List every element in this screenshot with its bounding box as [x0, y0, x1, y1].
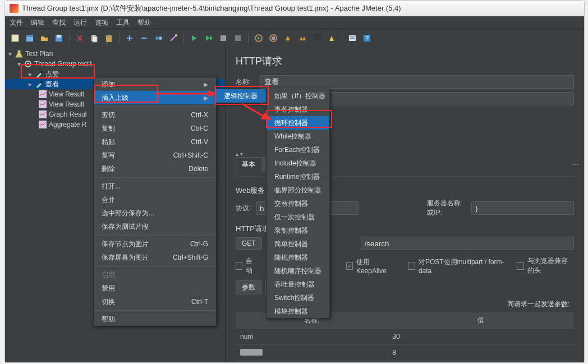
toolbar-new-icon[interactable]	[8, 31, 22, 45]
method-select[interactable]: GET	[236, 237, 262, 250]
ctx3-once[interactable]: 仅一次控制器	[267, 210, 329, 224]
svg-rect-12	[220, 35, 226, 41]
tab-params[interactable]: 参数	[236, 280, 261, 294]
ctx3-foreach[interactable]: ForEach控制器	[267, 143, 329, 156]
server-input[interactable]	[471, 201, 574, 215]
ctx-add[interactable]: 添加▶	[94, 77, 216, 91]
menu-options[interactable]: 选项	[95, 18, 108, 27]
ctx3-if[interactable]: 如果（If）控制器	[267, 89, 329, 103]
toolbar-paste-icon[interactable]	[102, 31, 116, 45]
ctx3-critical[interactable]: 临界部分控制器	[267, 183, 329, 197]
ctx-save-fragment[interactable]: 保存为测试片段	[94, 220, 216, 233]
app-icon	[10, 4, 19, 13]
toolbar-minus-icon[interactable]	[137, 31, 151, 45]
menu-tools[interactable]: 工具	[116, 18, 130, 27]
more-icon[interactable]: ⋯	[566, 160, 584, 168]
toolbar-remote-stop-icon[interactable]	[267, 31, 280, 45]
menu-search[interactable]: 查找	[52, 18, 66, 27]
toolbar-save-icon[interactable]	[52, 31, 66, 45]
ctx-copy[interactable]: 复制Ctrl-C	[94, 122, 216, 135]
toolbar-start-icon[interactable]	[187, 31, 201, 45]
toolbar-search-icon[interactable]	[310, 31, 324, 45]
ctx3-throughput[interactable]: 吞吐量控制器	[267, 278, 329, 291]
keepalive-checkbox[interactable]: ✓使用 KeepAlive	[346, 257, 396, 275]
path-input[interactable]	[361, 237, 574, 250]
server-label: 服务器名称或IP:	[427, 199, 467, 218]
ctx-insert-parent[interactable]: 插入上级▶	[94, 91, 216, 104]
tab-basic[interactable]: 基本	[236, 157, 261, 172]
ctx-save-node-image[interactable]: 保存节点为图片Ctrl-G	[94, 237, 216, 251]
toolbar-wand-icon[interactable]	[167, 31, 180, 45]
ctx-duplicate[interactable]: 复写Ctrl+Shift-C	[94, 149, 216, 162]
svg-rect-16	[272, 36, 275, 40]
toolbar-cut-icon[interactable]	[73, 31, 86, 45]
svg-text:?: ?	[365, 35, 369, 42]
ctx3-recording[interactable]: 录制控制器	[267, 224, 329, 237]
name-input[interactable]	[260, 75, 574, 89]
toolbar-start-no-pause-icon[interactable]	[202, 31, 215, 45]
toolbar-toggle-icon[interactable]	[152, 31, 166, 45]
ctx-enable[interactable]: 启用	[94, 268, 216, 282]
ctx-open[interactable]: 打开...	[94, 179, 216, 193]
toolbar-shutdown-icon[interactable]	[231, 31, 245, 45]
multipart-checkbox[interactable]: 对POST使用multipart / form-data	[408, 257, 504, 275]
ctx3-module[interactable]: 模块控制器	[267, 305, 329, 318]
tree-thread-group[interactable]: ▾ Thread Group test1	[5, 59, 225, 69]
col-value[interactable]: 值	[388, 312, 574, 329]
ctx3-loop[interactable]: 循环控制器	[267, 116, 329, 130]
ctx-disable[interactable]: 禁用	[94, 282, 216, 295]
ctx3-random[interactable]: 随机控制器	[267, 251, 329, 264]
menu-run[interactable]: 运行	[74, 18, 87, 27]
menu-help[interactable]: 帮助	[137, 18, 151, 27]
tree-test-plan[interactable]: ▾ Test Plan	[5, 49, 225, 59]
ctx3-transaction[interactable]: 事务控制器	[267, 103, 329, 116]
toolbar-copy-icon[interactable]	[88, 31, 101, 45]
ctx3-interleave[interactable]: 交替控制器	[267, 197, 329, 210]
ctx-save-screen-image[interactable]: 保存屏幕为图片Ctrl+Shift-G	[94, 251, 216, 264]
ctx3-while[interactable]: While控制器	[267, 130, 329, 143]
window-title: Thread Group test1.jmx (D:\软件安装\apache-j…	[22, 3, 401, 13]
svg-rect-13	[235, 35, 241, 41]
ctx-paste[interactable]: 粘贴Ctrl-V	[94, 135, 216, 149]
svg-point-10	[159, 36, 162, 40]
toolbar-function-icon[interactable]	[346, 31, 359, 45]
toolbar-plus-icon[interactable]	[123, 31, 136, 45]
menu-file[interactable]: 文件	[10, 18, 23, 27]
ctx-logic-controller[interactable]: 逻辑控制器▶	[216, 89, 267, 103]
auto-redirect-checkbox[interactable]: 自动	[236, 256, 258, 275]
browser-compat-checkbox[interactable]: 与浏览器兼容的头	[517, 256, 574, 275]
toolbar-help-icon[interactable]: ?	[360, 31, 374, 45]
context-submenu-controllers: 如果（If）控制器 事务控制器 循环控制器 While控制器 ForEach控制…	[266, 89, 330, 319]
toolbar-templates-icon[interactable]	[23, 31, 36, 45]
protocol-label: 协议:	[236, 204, 256, 213]
ctx-cut[interactable]: 剪切Ctrl-X	[94, 108, 216, 122]
table-row[interactable]: haha	[236, 361, 574, 365]
ctx-delete[interactable]: 删除Delete	[94, 162, 216, 176]
svg-rect-0	[12, 35, 19, 42]
toolbar-stop-icon[interactable]	[217, 31, 230, 45]
table-row[interactable]: num30	[236, 329, 574, 345]
toolbar-clear-icon[interactable]	[281, 31, 295, 45]
menu-edit[interactable]: 编辑	[31, 18, 44, 27]
context-menu: 添加▶ 插入上级▶ 剪切Ctrl-X 复制Ctrl-C 粘贴Ctrl-V 复写C…	[93, 77, 217, 326]
ctx-merge[interactable]: 合并	[94, 193, 216, 206]
titlebar[interactable]: Thread Group test1.jmx (D:\软件安装\apache-j…	[5, 1, 584, 17]
ctx3-include[interactable]: Include控制器	[267, 156, 329, 170]
ctx-help[interactable]: 帮助	[94, 312, 216, 326]
toolbar-clear-all-icon[interactable]	[296, 31, 309, 45]
ctx3-random-order[interactable]: 随机顺序控制器	[267, 264, 329, 278]
toolbar-open-icon[interactable]	[38, 31, 51, 45]
params-table: 名称: 值 num30 8 haha	[236, 312, 574, 364]
ctx3-runtime[interactable]: Runtime控制器	[267, 170, 329, 183]
svg-rect-20	[349, 35, 356, 41]
toolbar-remote-start-icon[interactable]	[252, 31, 265, 45]
gear-icon	[24, 60, 32, 68]
dropper-icon	[35, 70, 43, 78]
table-row[interactable]: 8	[236, 345, 574, 361]
ctx3-simple[interactable]: 简单控制器	[267, 237, 329, 251]
ctx-save-selection[interactable]: 选中部分保存为...	[94, 206, 216, 220]
ctx3-switch[interactable]: Switch控制器	[267, 291, 329, 305]
toolbar-reset-search-icon[interactable]	[325, 31, 338, 45]
ctx-toggle[interactable]: 切换Ctrl-T	[94, 295, 216, 308]
svg-rect-17	[287, 40, 289, 42]
